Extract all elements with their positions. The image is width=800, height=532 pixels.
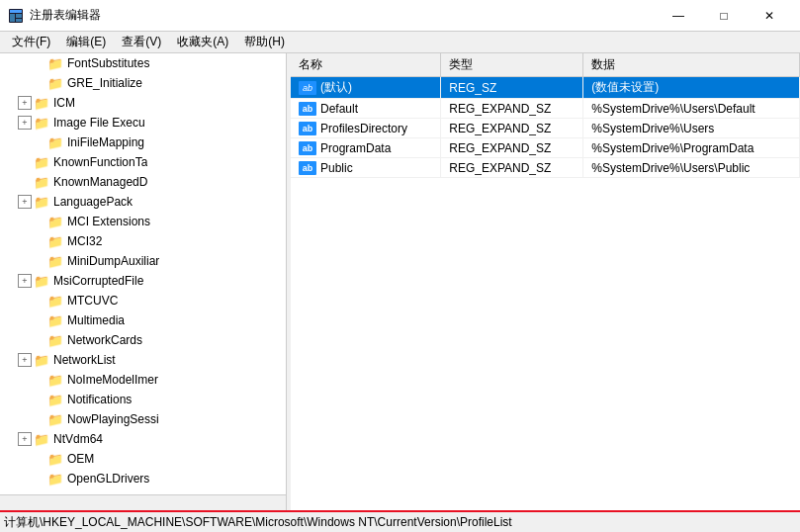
folder-icon: 📁 — [47, 76, 63, 91]
tree-item[interactable]: 📁OpenGLDrivers — [0, 469, 286, 488]
status-text: 计算机\HKEY_LOCAL_MACHINE\SOFTWARE\Microsof… — [4, 514, 512, 531]
folder-icon: 📁 — [47, 333, 63, 348]
value-name: Public — [320, 161, 353, 175]
folder-icon: 📁 — [34, 432, 49, 447]
tree-item[interactable]: 📁OEM — [0, 449, 286, 469]
expand-button[interactable]: + — [18, 195, 32, 209]
table-header-row: 名称类型数据 — [291, 53, 800, 77]
title-bar: 注册表编辑器 — □ ✕ — [0, 0, 800, 32]
svg-rect-3 — [16, 14, 22, 18]
default-value-icon: ab — [299, 81, 316, 95]
tree-item[interactable]: 📁Multimedia — [0, 310, 286, 330]
folder-icon: 📁 — [47, 294, 63, 309]
table-row[interactable]: abDefaultREG_EXPAND_SZ%SystemDrive%\User… — [291, 99, 800, 119]
folder-icon: 📁 — [47, 373, 63, 388]
table-cell-data: %SystemDrive%\Users\Default — [583, 99, 800, 119]
table-row[interactable]: ab(默认)REG_SZ(数值未设置) — [291, 77, 800, 99]
folder-icon: 📁 — [47, 393, 63, 407]
tree-item[interactable]: 📁NetworkCards — [0, 330, 286, 350]
tree-item-label: NetworkCards — [67, 333, 142, 347]
tree-item-label: KnownManagedD — [53, 175, 147, 189]
tree-item[interactable]: 📁NowPlayingSessi — [0, 409, 286, 429]
folder-icon: 📁 — [47, 412, 63, 427]
expand-button[interactable]: + — [18, 432, 32, 446]
tree-item[interactable]: 📁FontSubstitutes — [0, 53, 286, 73]
table-row[interactable]: abProgramDataREG_EXPAND_SZ%SystemDrive%\… — [291, 138, 800, 158]
tree-item[interactable]: 📁KnownManagedD — [0, 172, 286, 192]
tree-item-label: MTCUVC — [67, 294, 118, 308]
table-cell-type: REG_EXPAND_SZ — [441, 138, 583, 158]
menu-item-E[interactable]: 编辑(E) — [58, 32, 114, 52]
menu-item-A[interactable]: 收藏夹(A) — [169, 32, 236, 52]
svg-rect-4 — [16, 19, 22, 22]
registry-table: 名称类型数据 ab(默认)REG_SZ(数值未设置)abDefaultREG_E… — [291, 53, 800, 178]
tree-item[interactable]: 📁IniFileMapping — [0, 133, 286, 152]
expand-button[interactable]: + — [18, 353, 32, 367]
ab-icon: ab — [299, 141, 316, 155]
tree-item-label: NetworkList — [53, 353, 116, 367]
expand-button[interactable]: + — [18, 274, 32, 288]
folder-icon: 📁 — [47, 56, 63, 71]
tree-item[interactable]: +📁ICM — [0, 93, 286, 113]
tree-hscrollbar[interactable] — [0, 494, 286, 510]
table-cell-type: REG_EXPAND_SZ — [441, 158, 583, 178]
tree-item[interactable]: 📁KnownFunctionTa — [0, 152, 286, 172]
table-cell-data: %SystemDrive%\ProgramData — [583, 138, 800, 158]
ab-icon: ab — [299, 161, 316, 175]
close-button[interactable]: ✕ — [747, 0, 792, 32]
table-cell-type: REG_SZ — [441, 77, 583, 99]
status-bar: 计算机\HKEY_LOCAL_MACHINE\SOFTWARE\Microsof… — [0, 510, 800, 532]
folder-icon: 📁 — [34, 274, 49, 289]
menu-item-V[interactable]: 查看(V) — [114, 32, 169, 52]
tree-item[interactable]: 📁MCI32 — [0, 231, 286, 251]
tree-item-label: Notifications — [67, 393, 132, 406]
tree-item-label: OpenGLDrivers — [67, 472, 149, 486]
right-scroll[interactable]: 名称类型数据 ab(默认)REG_SZ(数值未设置)abDefaultREG_E… — [291, 53, 800, 510]
tree-item-label: FontSubstitutes — [67, 56, 149, 70]
main-content: 📁FontSubstitutes📁GRE_Initialize+📁ICM+📁Im… — [0, 53, 800, 510]
tree-item-label: NowPlayingSessi — [67, 412, 159, 426]
menu-bar: 文件(F)编辑(E)查看(V)收藏夹(A)帮助(H) — [0, 32, 800, 53]
value-name: ProfilesDirectory — [320, 122, 407, 135]
minimize-button[interactable]: — — [656, 0, 701, 32]
tree-item[interactable]: +📁LanguagePack — [0, 192, 286, 212]
maximize-button[interactable]: □ — [701, 0, 747, 32]
table-cell-data: (数值未设置) — [583, 77, 800, 99]
folder-icon: 📁 — [47, 234, 63, 249]
table-cell-name: abPublic — [291, 158, 441, 178]
tree-item-label: MCI Extensions — [67, 215, 150, 228]
table-cell-type: REG_EXPAND_SZ — [441, 99, 583, 119]
menu-item-F[interactable]: 文件(F) — [4, 32, 58, 52]
table-column-header[interactable]: 数据 — [583, 53, 800, 77]
table-row[interactable]: abPublicREG_EXPAND_SZ%SystemDrive%\Users… — [291, 158, 800, 178]
tree-item[interactable]: 📁GRE_Initialize — [0, 73, 286, 93]
window-title: 注册表编辑器 — [30, 7, 656, 24]
folder-icon: 📁 — [34, 116, 49, 131]
ab-icon: ab — [299, 122, 316, 135]
table-column-header[interactable]: 名称 — [291, 53, 441, 77]
folder-icon: 📁 — [47, 135, 63, 150]
tree-item[interactable]: +📁MsiCorruptedFile — [0, 271, 286, 291]
menu-item-H[interactable]: 帮助(H) — [236, 32, 293, 52]
table-row[interactable]: abProfilesDirectoryREG_EXPAND_SZ%SystemD… — [291, 119, 800, 138]
expand-button[interactable]: + — [18, 116, 32, 130]
expand-button[interactable]: + — [18, 96, 32, 110]
tree-item[interactable]: +📁NetworkList — [0, 350, 286, 370]
tree-panel: 📁FontSubstitutes📁GRE_Initialize+📁ICM+📁Im… — [0, 53, 287, 510]
tree-item[interactable]: +📁NtVdm64 — [0, 429, 286, 449]
tree-item-label: IniFileMapping — [67, 135, 144, 149]
app-icon — [8, 8, 24, 24]
folder-icon: 📁 — [47, 472, 63, 487]
tree-item[interactable]: 📁MCI Extensions — [0, 212, 286, 231]
tree-item[interactable]: 📁MTCUVC — [0, 291, 286, 310]
tree-item[interactable]: 📁MiniDumpAuxiliar — [0, 251, 286, 271]
tree-item[interactable]: 📁NoImeModelImer — [0, 370, 286, 390]
table-cell-name: abProgramData — [291, 138, 441, 158]
tree-item-label: OEM — [67, 452, 94, 466]
table-cell-type: REG_EXPAND_SZ — [441, 119, 583, 138]
table-column-header[interactable]: 类型 — [441, 53, 583, 77]
value-name: (默认) — [320, 79, 352, 96]
tree-item[interactable]: 📁Notifications — [0, 390, 286, 409]
tree-scroll[interactable]: 📁FontSubstitutes📁GRE_Initialize+📁ICM+📁Im… — [0, 53, 286, 494]
tree-item[interactable]: +📁Image File Execu — [0, 113, 286, 133]
